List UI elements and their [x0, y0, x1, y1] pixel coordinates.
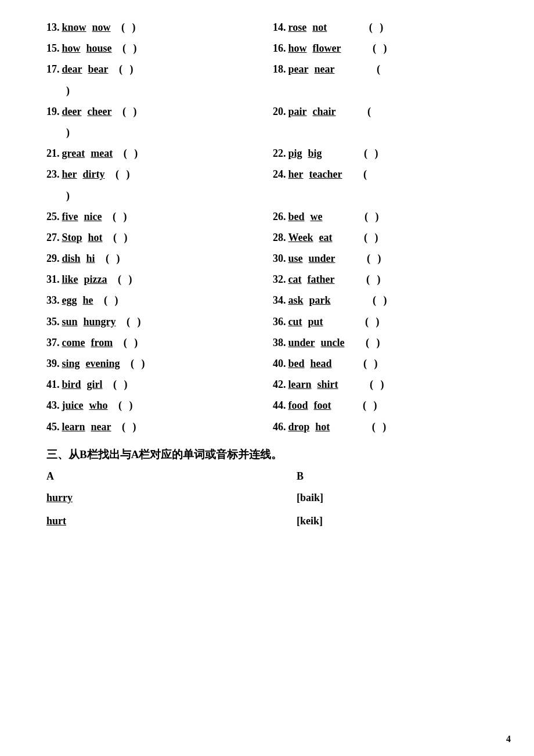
exercise-row-21-22: 21. great meat ( ) 22. pig big ( ) [46, 143, 499, 163]
num-33: 33. [46, 290, 60, 310]
word-44-1: food [288, 395, 308, 415]
lparen-38: ( [363, 333, 370, 352]
word-23-1: her [62, 164, 77, 184]
lparen-37: ( [121, 333, 127, 352]
word-27-1: Stop [62, 228, 82, 247]
item-28: 28. Week eat ( ) [273, 228, 499, 247]
exercise-row-43-44: 43. juice who ( ) 44. food foot ( ) [46, 395, 499, 415]
item-27: 27. Stop hot ( ) [46, 228, 273, 247]
rparen-32: ) [374, 269, 381, 289]
col-b-header: B [250, 470, 499, 483]
item-42: 42. learn shirt ( ) [273, 375, 499, 394]
word-18-1: pear [288, 59, 309, 79]
word-31-1: like [62, 269, 78, 289]
num-25: 25. [46, 207, 60, 226]
num-29: 29. [46, 249, 60, 268]
word-17-2: bear [88, 59, 109, 79]
exercise-row-25-26: 25. five nice ( ) 26. bed we ( ) [46, 207, 499, 226]
rparen-16: ) [381, 38, 387, 58]
ab-row-1: hurry [baik] [46, 487, 499, 508]
item-44: 44. food foot ( ) [273, 395, 499, 415]
lparen-32: ( [363, 269, 370, 289]
ab-phonetic-keik: [keik] [250, 510, 499, 531]
exercise-row-29-30: 29. dish hi ( ) 30. use under ( ) [46, 249, 499, 268]
rparen-26: ) [373, 207, 379, 226]
lparen-20: ( [365, 102, 371, 121]
num-38: 38. [273, 333, 286, 352]
item-19: 19. deer cheer ( ) [46, 102, 273, 121]
item-37: 37. come from ( ) [46, 333, 273, 352]
word-30-2: under [309, 249, 335, 268]
word-16-1: how [288, 38, 307, 58]
num-14: 14. [273, 17, 286, 37]
word-20-2: chair [313, 102, 336, 121]
rparen-24: ) [66, 186, 70, 206]
rparen-25: ) [121, 207, 127, 226]
num-20: 20. [273, 102, 286, 121]
item-22: 22. pig big ( ) [273, 143, 499, 163]
word-13-1: know [62, 17, 86, 37]
item-34: 34. ask park ( ) [273, 290, 499, 310]
exercise-row-39-40: 39. sing evening ( ) 40. bed head ( ) [46, 354, 499, 373]
num-32: 32. [273, 269, 286, 289]
rparen-39: ) [139, 354, 145, 373]
num-44: 44. [273, 395, 286, 415]
item-30: 30. use under ( ) [273, 249, 499, 268]
rparen-31: ) [126, 269, 132, 289]
word-36-1: cut [288, 312, 302, 332]
item-21: 21. great meat ( ) [46, 143, 273, 163]
item-15: 15. how house ( ) [46, 38, 273, 58]
word-37-2: from [91, 333, 113, 352]
word-16-2: flower [313, 38, 341, 58]
word-22-1: pig [288, 143, 302, 163]
word-35-1: sun [62, 312, 78, 332]
word-28-2: eat [319, 228, 333, 247]
col-a-header: A [46, 470, 250, 483]
rparen-41: ) [121, 375, 128, 394]
word-23-2: dirty [83, 164, 105, 184]
word-25-2: nice [84, 207, 102, 226]
exercise-row-31-32: 31. like pizza ( ) 32. cat father ( ) [46, 269, 499, 289]
word-40-1: bed [288, 354, 305, 373]
word-33-2: he [83, 290, 93, 310]
word-36-2: put [308, 312, 323, 332]
rparen-21: ) [132, 143, 138, 163]
word-39-2: evening [86, 354, 120, 373]
num-22: 22. [273, 143, 286, 163]
word-46-1: drop [288, 417, 310, 437]
rparen-29: ) [114, 249, 120, 268]
exercise-row-41-42: 41. bird girl ( ) 42. learn shirt ( ) [46, 375, 499, 394]
rparen-45: ) [130, 417, 136, 437]
num-24: 24. [273, 164, 286, 184]
num-39: 39. [46, 354, 60, 373]
rparen-23: ) [124, 164, 130, 184]
num-13: 13. [46, 17, 60, 37]
num-15: 15. [46, 38, 60, 58]
item-16: 16. how flower ( ) [273, 38, 499, 58]
lparen-24: ( [360, 164, 367, 184]
lparen-36: ( [363, 312, 369, 332]
word-29-2: hi [86, 249, 95, 268]
item-45: 45. learn near ( ) [46, 417, 273, 437]
lparen-45: ( [120, 417, 126, 437]
item-24: 24. her teacher ( [273, 164, 499, 184]
lparen-22: ( [362, 143, 368, 163]
ab-header: A B [46, 470, 499, 483]
lparen-18: ( [374, 59, 381, 79]
word-46-2: hot [315, 417, 330, 437]
word-18-2: near [315, 59, 335, 79]
exercise-row-33-34: 33. egg he ( ) 34. ask park ( ) [46, 290, 499, 310]
lparen-13: ( [119, 17, 125, 37]
num-17: 17. [46, 59, 60, 79]
word-26-1: bed [288, 207, 305, 226]
rparen-22: ) [372, 143, 378, 163]
word-39-1: sing [62, 354, 80, 373]
word-20-1: pair [288, 102, 307, 121]
ab-section: A B hurry [baik] hurt [keik] [46, 470, 499, 531]
section3-title: 三、从B栏找出与A栏对应的单词或音标并连线。 [46, 447, 499, 462]
word-33-1: egg [62, 290, 77, 310]
lparen-26: ( [362, 207, 369, 226]
word-24-2: teacher [309, 164, 342, 184]
item-23: 23. her dirty ( ) [46, 164, 273, 184]
word-14-1: rose [288, 17, 307, 37]
